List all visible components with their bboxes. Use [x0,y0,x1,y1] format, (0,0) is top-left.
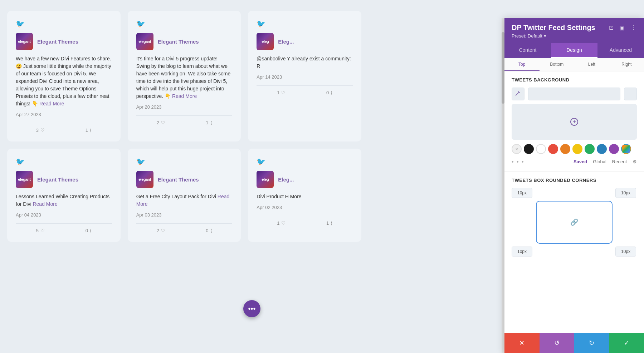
color-swatch-gradient[interactable] [621,144,631,154]
twitter-icon-6: 🐦 [257,157,353,166]
color-swatch-red[interactable] [548,144,558,154]
likes-5[interactable]: 2 ♡ [156,228,165,233]
account-name-4: Elegant Themes [37,176,78,183]
color-swatch-orange[interactable] [560,144,570,154]
tweet-body-1: We have a few new Divi Features to share… [16,55,112,108]
likes-3[interactable]: 1 ♡ [277,90,286,95]
tweet-date-5: Apr 03 2023 [136,212,233,218]
color-swatch-teal[interactable] [597,144,607,154]
tweets-background-title: Tweets Background [512,77,637,83]
corner-bottom-right-input[interactable] [615,247,636,257]
tab-advanced[interactable]: Advanced [597,43,644,58]
tweet-body-5: Get a Free City Layout Pack for Divi Rea… [136,193,233,208]
color-swatch-black[interactable] [524,144,534,154]
avatar-6: eleg [257,171,274,188]
cancel-button[interactable]: ✕ [504,333,540,353]
layout-icon[interactable]: ▣ [619,24,625,32]
tweet-card-1: 🐦 elegant Elegant Themes We have a few n… [7,11,121,141]
link-icon: 🔗 [570,218,578,226]
floating-more-button[interactable]: ••• [243,300,260,317]
tab-content[interactable]: Content [504,43,551,58]
color-swatch-empty[interactable]: ✕ [512,144,522,154]
read-more-link-1[interactable]: Read More [39,101,64,106]
avatar-1: elegant [16,33,33,50]
color-preview-area [512,104,637,140]
likes-6[interactable]: 1 ♡ [277,220,286,226]
shares-2[interactable]: 1 ⟨ [206,120,212,125]
color-saved-tabs: Saved Global Recent ⚙ [574,158,637,166]
fullscreen-icon[interactable]: ⊡ [608,24,614,32]
color-tab-recent[interactable]: Recent [612,159,627,164]
margin-tabs: Top Bottom Left Right [504,58,644,71]
shares-5[interactable]: 0 ⟨ [206,228,212,233]
tweet-body-4: Lessons Learned While Creating Products … [16,193,112,208]
twitter-icon-3: 🐦 [257,19,353,28]
likes-1[interactable]: 3 ♡ [36,128,45,133]
save-button[interactable]: ✓ [609,333,644,353]
settings-panel: DP Twitter Feed Settings ⊡ ▣ ⋮ Preset: D… [504,18,644,353]
panel-title: DP Twitter Feed Settings [512,24,595,32]
tweet-header-6: eleg Eleg... [257,171,353,188]
color-swatch-yellow[interactable] [572,144,582,154]
likes-4[interactable]: 5 ♡ [36,228,45,233]
color-swatches-row: ✕ [512,144,637,154]
tweet-body-2: It's time for a Divi 5 progress update! … [136,55,233,100]
corner-top-left-input[interactable] [512,188,532,198]
margin-tab-right[interactable]: Right [609,58,644,71]
tweet-date-2: Apr 20 2023 [136,104,233,110]
corner-top-right-input[interactable] [615,188,636,198]
panel-body: Top Bottom Left Right Tweets Background [504,58,644,353]
twitter-icon-2: 🐦 [136,19,233,28]
tweet-header-4: elegant Elegant Themes [16,171,112,188]
corner-link-box[interactable]: 🔗 [536,201,613,244]
tweet-actions-5: 2 ♡ 0 ⟨ [136,223,233,233]
panel-scrollbar[interactable] [502,18,504,353]
panel-title-row: DP Twitter Feed Settings ⊡ ▣ ⋮ [512,24,637,32]
color-swatch-purple[interactable] [609,144,619,154]
shares-4[interactable]: 0 ⟨ [86,228,92,233]
panel-header: DP Twitter Feed Settings ⊡ ▣ ⋮ Preset: D… [504,18,644,43]
shares-1[interactable]: 1 ⟨ [86,128,92,133]
tweet-actions-6: 1 ♡ 1 ⟨ [257,216,353,226]
color-settings-icon[interactable]: ⚙ [633,159,637,164]
account-name-6: Eleg... [278,176,294,183]
color-swatch-white[interactable] [536,144,546,154]
color-palette-icon [570,118,579,126]
redo-button[interactable]: ↻ [574,333,609,353]
color-swatch-green[interactable] [585,144,595,154]
tweet-date-1: Apr 27 2023 [16,112,112,117]
color-more-dots[interactable]: • • • [512,159,525,165]
tweet-actions-4: 5 ♡ 0 ⟨ [16,223,112,233]
main-content: 🐦 elegant Elegant Themes We have a few n… [0,0,369,253]
tweets-background-section: Tweets Background [504,71,644,172]
likes-2[interactable]: 2 ♡ [156,120,165,125]
preset-selector[interactable]: Preset: Default ▾ [512,33,637,43]
color-hex-input[interactable] [528,88,620,100]
twitter-icon-5: 🐦 [136,157,233,166]
read-more-link-4[interactable]: Read More [33,201,57,207]
tab-bar: Content Design Advanced [504,43,644,58]
margin-tab-top[interactable]: Top [504,58,540,71]
twitter-icon-1: 🐦 [16,19,112,28]
tweet-actions-2: 2 ♡ 1 ⟨ [136,115,233,125]
shares-3[interactable]: 0 ⟨ [326,90,332,95]
tweet-body-6: Divi Product H More [257,193,353,200]
reset-button[interactable]: ↺ [540,333,575,353]
color-dropper-icon[interactable] [512,88,525,100]
tweet-header-5: elegant Elegant Themes [136,171,233,188]
tweet-card-5: 🐦 elegant Elegant Themes Get a Free City… [128,149,241,242]
read-more-link-2[interactable]: Read More [172,93,197,99]
margin-tab-bottom[interactable]: Bottom [540,58,575,71]
tweet-actions-1: 3 ♡ 1 ⟨ [16,123,112,133]
shares-6[interactable]: 1 ⟨ [326,220,332,226]
color-tab-saved[interactable]: Saved [574,159,587,164]
avatar-3: eleg [257,33,274,50]
tweet-actions-3: 1 ♡ 0 ⟨ [257,85,353,95]
corner-bottom-left-input[interactable] [512,247,532,257]
margin-tab-left[interactable]: Left [574,58,609,71]
tweet-card-6: 🐦 eleg Eleg... Divi Product H More Apr 0… [248,149,361,242]
color-tab-global[interactable]: Global [593,159,606,164]
more-options-icon[interactable]: ⋮ [630,24,637,32]
tweet-body-3: @sanboolive Y already exist a community:… [257,55,353,70]
tab-design[interactable]: Design [551,43,597,58]
